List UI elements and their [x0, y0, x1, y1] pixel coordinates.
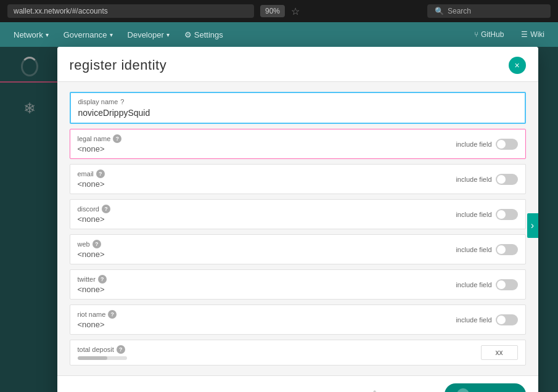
- web-row: web ? <none> include field: [70, 235, 525, 264]
- riot-name-row: riot name ? <none> include field: [70, 305, 525, 334]
- discord-include-area: include field: [456, 209, 517, 220]
- discord-field: discord ? <none> include field: [70, 199, 526, 229]
- nav-governance[interactable]: Governance ▾: [56, 22, 120, 47]
- total-deposit-label-area: total deposit ?: [78, 345, 481, 360]
- nav-developer[interactable]: Developer ▾: [120, 22, 177, 47]
- nav-github[interactable]: ⑂ GitHub: [467, 22, 511, 47]
- trash-icon: 🗑: [371, 390, 379, 392]
- nav-developer-chevron: ▾: [166, 31, 170, 38]
- twitter-field: twitter ? <none> include field: [70, 269, 526, 300]
- riot-name-label-area: riot name ? <none>: [78, 310, 449, 329]
- browser-bar: wallet.xx.network/#/accounts 90% ☆ 🔍 Sea…: [0, 0, 558, 22]
- legal-name-field: legal name ? <none> include field: [70, 129, 526, 159]
- nav-wiki[interactable]: ☰ Wiki: [514, 22, 552, 47]
- email-value: <none>: [78, 179, 449, 189]
- riot-name-include-label: include field: [456, 316, 491, 324]
- zoom-indicator: 90%: [260, 5, 285, 17]
- total-deposit-field: total deposit ? xx: [70, 340, 526, 365]
- discord-label: discord ?: [78, 205, 449, 213]
- legal-name-toggle[interactable]: [496, 139, 518, 150]
- display-name-label: display name ?: [78, 98, 517, 105]
- email-include-label: include field: [456, 176, 491, 183]
- modal-overlay: register identity × display name ? novic…: [0, 47, 558, 392]
- discord-include-label: include field: [456, 211, 491, 218]
- legal-name-label: legal name ?: [78, 134, 449, 143]
- modal-header: register identity ×: [57, 47, 538, 82]
- modal-title: register identity: [70, 57, 167, 73]
- nav-settings-label: Settings: [194, 30, 223, 39]
- display-name-value: noviceDrippySquid: [78, 108, 517, 118]
- riot-name-field: riot name ? <none> include field: [70, 304, 526, 335]
- riot-name-toggle[interactable]: [496, 314, 518, 325]
- legal-name-label-area: legal name ? <none>: [78, 134, 449, 153]
- set-identity-label: Set Identity: [473, 390, 513, 393]
- web-include-area: include field: [456, 244, 517, 255]
- clear-identity-label: Clear Identity: [383, 390, 430, 393]
- search-label: Search: [448, 7, 471, 15]
- nav-github-label: GitHub: [481, 30, 504, 39]
- twitter-help-icon[interactable]: ?: [98, 275, 107, 284]
- url-bar[interactable]: wallet.xx.network/#/accounts: [7, 4, 254, 18]
- email-toggle[interactable]: [496, 174, 518, 185]
- display-name-field: display name ? noviceDrippySquid: [70, 92, 526, 124]
- web-field: web ? <none> include field: [70, 234, 526, 264]
- riot-name-include-area: include field: [456, 314, 517, 325]
- discord-value: <none>: [78, 214, 449, 224]
- web-toggle[interactable]: [496, 244, 518, 255]
- modal-footer: 🗑 Clear Identity ✓ Set Identity: [57, 375, 538, 392]
- email-help-icon[interactable]: ?: [96, 169, 105, 178]
- legal-name-row: legal name ? <none> include field: [70, 129, 525, 158]
- twitter-value: <none>: [78, 285, 449, 294]
- modal-body: display name ? noviceDrippySquid legal n…: [57, 82, 538, 375]
- nav-settings[interactable]: ⚙ Settings: [177, 22, 231, 47]
- check-icon: ✓: [457, 388, 469, 392]
- legal-name-value: <none>: [78, 144, 449, 153]
- legal-name-include-label: include field: [456, 141, 491, 148]
- bookmark-icon[interactable]: ☆: [291, 6, 300, 17]
- nav-network[interactable]: Network ▾: [6, 22, 56, 47]
- display-name-help-icon[interactable]: ?: [120, 98, 124, 105]
- settings-icon: ⚙: [184, 30, 192, 39]
- nav-network-chevron: ▾: [46, 31, 49, 38]
- total-deposit-row: total deposit ? xx: [78, 345, 518, 360]
- twitter-include-label: include field: [456, 281, 491, 288]
- discord-toggle[interactable]: [496, 209, 518, 220]
- deposit-progress-bar: [78, 356, 127, 360]
- wiki-icon: ☰: [521, 30, 528, 39]
- search-icon: 🔍: [435, 7, 444, 15]
- twitter-row: twitter ? <none> include field: [70, 270, 525, 299]
- modal-close-button[interactable]: ×: [509, 57, 526, 74]
- right-edge-button[interactable]: ›: [527, 213, 538, 238]
- discord-row: discord ? <none> include field: [70, 200, 525, 229]
- total-deposit-label: total deposit ?: [78, 345, 481, 354]
- riot-name-help-icon[interactable]: ?: [108, 310, 117, 319]
- set-identity-button[interactable]: ✓ Set Identity: [445, 383, 525, 392]
- nav-governance-chevron: ▾: [110, 31, 113, 38]
- deposit-token-value: xx: [481, 345, 518, 360]
- legal-name-help-icon[interactable]: ?: [113, 134, 121, 143]
- legal-name-include-area: include field: [456, 139, 517, 150]
- twitter-include-area: include field: [456, 279, 517, 290]
- discord-help-icon[interactable]: ?: [102, 205, 110, 213]
- email-label: email ?: [78, 169, 449, 178]
- twitter-label: twitter ?: [78, 275, 449, 284]
- nav-governance-label: Governance: [64, 30, 107, 39]
- web-value: <none>: [78, 250, 449, 259]
- register-identity-modal: register identity × display name ? novic…: [57, 47, 538, 392]
- github-icon: ⑂: [474, 30, 478, 39]
- nav-developer-label: Developer: [128, 30, 164, 39]
- deposit-bar-fill: [78, 356, 107, 360]
- nav-network-label: Network: [14, 30, 43, 39]
- total-deposit-help-icon[interactable]: ?: [117, 345, 125, 354]
- nav-bar: Network ▾ Governance ▾ Developer ▾ ⚙ Set…: [0, 22, 558, 47]
- browser-search[interactable]: 🔍 Search: [427, 4, 551, 18]
- discord-label-area: discord ? <none>: [78, 205, 449, 224]
- twitter-label-area: twitter ? <none>: [78, 275, 449, 294]
- riot-name-label: riot name ?: [78, 310, 449, 319]
- email-field: email ? <none> include field: [70, 164, 526, 194]
- clear-identity-button[interactable]: 🗑 Clear Identity: [363, 386, 438, 392]
- nav-wiki-label: Wiki: [530, 30, 544, 39]
- web-help-icon[interactable]: ?: [92, 240, 101, 248]
- twitter-toggle[interactable]: [496, 279, 518, 290]
- nav-right: ⑂ GitHub ☰ Wiki: [467, 22, 552, 47]
